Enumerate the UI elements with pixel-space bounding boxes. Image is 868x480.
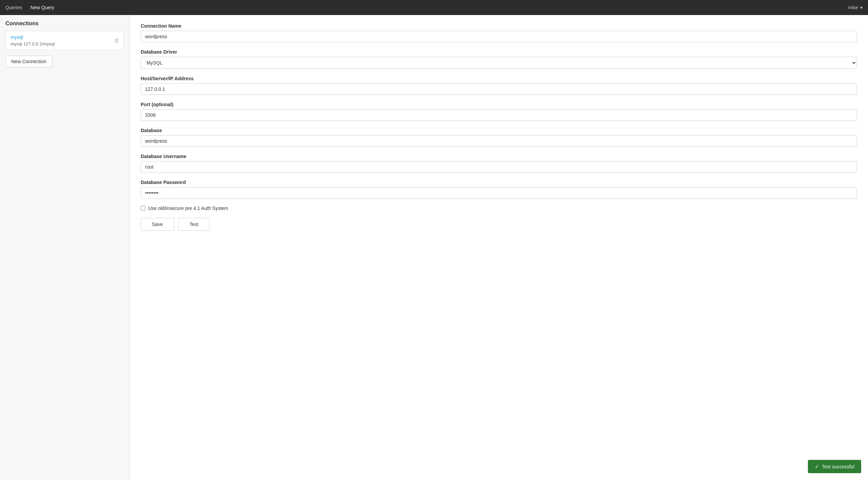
test-button[interactable]: Test bbox=[178, 218, 210, 231]
password-label: Database Password bbox=[141, 180, 857, 185]
right-panel: Connection Name Database Driver MySQL Po… bbox=[130, 15, 868, 480]
password-input[interactable] bbox=[141, 187, 857, 199]
save-button[interactable]: Save bbox=[141, 218, 174, 231]
database-label: Database bbox=[141, 128, 857, 133]
user-label: mike bbox=[848, 5, 858, 10]
connection-detail: mysql 127.0.0.1/mysql bbox=[11, 41, 119, 46]
database-driver-label: Database Driver bbox=[141, 49, 857, 55]
nav-new-query[interactable]: New Query bbox=[30, 3, 54, 12]
left-panel: Connections mysql mysql 127.0.0.1/mysql … bbox=[0, 15, 130, 480]
username-label: Database Username bbox=[141, 154, 857, 159]
database-input[interactable] bbox=[141, 135, 857, 147]
old-auth-label: Use old/insecure pre 4.1 Auth System bbox=[148, 206, 228, 211]
toast-notification: ✓ Test successful bbox=[808, 460, 861, 473]
nav-queries[interactable]: Queries bbox=[5, 3, 22, 12]
connection-list: mysql mysql 127.0.0.1/mysql 🗑 bbox=[5, 31, 124, 50]
password-group: Database Password bbox=[141, 180, 857, 199]
database-driver-group: Database Driver MySQL PostgreSQL SQLite … bbox=[141, 49, 857, 69]
port-label: Port (optional) bbox=[141, 102, 857, 107]
connection-name-group: Connection Name bbox=[141, 23, 857, 42]
database-group: Database bbox=[141, 128, 857, 147]
username-input[interactable] bbox=[141, 161, 857, 173]
connection-item[interactable]: mysql mysql 127.0.0.1/mysql 🗑 bbox=[6, 31, 124, 50]
main-layout: Connections mysql mysql 127.0.0.1/mysql … bbox=[0, 15, 868, 480]
connection-name: mysql bbox=[11, 34, 119, 40]
connection-name-input[interactable] bbox=[141, 31, 857, 42]
host-input[interactable] bbox=[141, 83, 857, 95]
toast-icon: ✓ bbox=[815, 463, 819, 470]
connections-title: Connections bbox=[5, 20, 124, 27]
delete-connection-icon[interactable]: 🗑 bbox=[114, 38, 120, 44]
action-buttons: Save Test bbox=[141, 218, 857, 231]
new-connection-button[interactable]: New Connection bbox=[5, 56, 52, 67]
username-group: Database Username bbox=[141, 154, 857, 173]
navbar: Queries New Query mike ▾ bbox=[0, 0, 868, 15]
connection-name-label: Connection Name bbox=[141, 23, 857, 29]
user-menu[interactable]: mike ▾ bbox=[848, 5, 863, 10]
navbar-left: Queries New Query bbox=[5, 3, 54, 12]
auth-checkbox-row: Use old/insecure pre 4.1 Auth System bbox=[141, 206, 857, 211]
chevron-down-icon: ▾ bbox=[860, 5, 863, 10]
port-group: Port (optional) bbox=[141, 102, 857, 121]
port-input[interactable] bbox=[141, 109, 857, 121]
host-group: Host/Server/IP Address bbox=[141, 76, 857, 95]
database-driver-select[interactable]: MySQL PostgreSQL SQLite MSSQL bbox=[141, 57, 857, 69]
toast-text: Test successful bbox=[822, 464, 854, 469]
host-label: Host/Server/IP Address bbox=[141, 76, 857, 81]
old-auth-checkbox[interactable] bbox=[141, 206, 145, 211]
